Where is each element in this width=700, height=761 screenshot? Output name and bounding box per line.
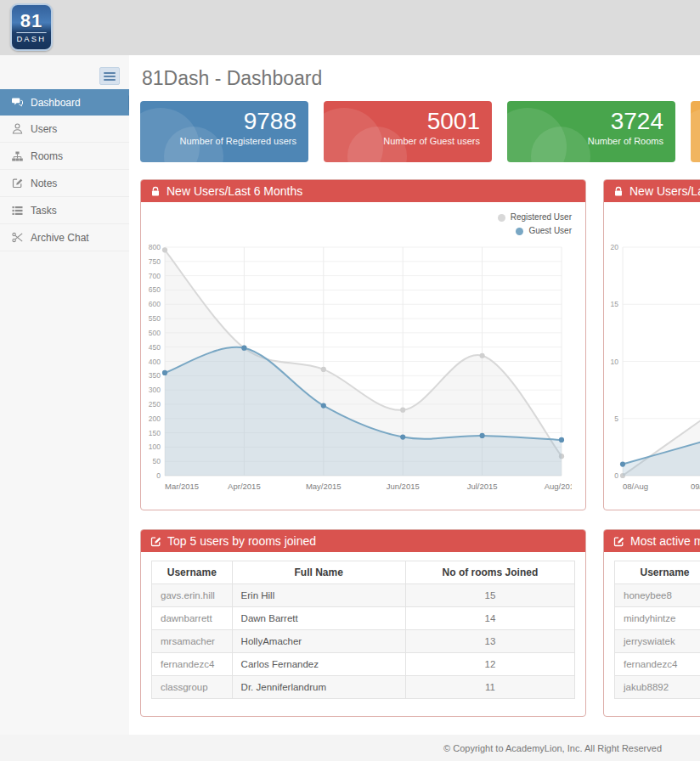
main-content: 81Dash - Dashboard 9788 Number of Regist… [129,55,700,735]
table-row: gavs.erin.hillErin Hill15 [152,584,575,607]
table-row: fernandezc4 [615,653,700,676]
series-point[interactable] [620,461,625,466]
charts-row: New Users/Last 6 Months Registered User … [140,179,700,510]
table-cell: Dr. Jenniferlandrum [232,676,405,699]
table-cell: jakub8892 [615,676,700,699]
table-row: mindyhintze [615,607,700,630]
y-tick-label: 100 [149,443,161,451]
legend-dot [498,214,505,222]
table-cell: classgroup [152,676,233,699]
table-cell: gavs.erin.hill [152,584,233,607]
x-axis-label: Jun/2015 [387,482,420,491]
stat-card-guest-users: 5001 Number of Guest users [324,101,492,162]
sidebar-item-label: Users [31,123,57,135]
panel-title: Most active memb [630,534,700,548]
stat-label: Number of Registered users [140,136,296,146]
legend-item-guest[interactable]: Guest User [498,224,572,238]
series-point[interactable] [321,403,326,409]
table-row: jakub8892 [615,676,700,699]
most-active-table: Username honeybee8mindyhintzejerryswiate… [614,561,700,699]
x-axis-label: Aug/2015 [545,482,572,491]
brand-logo[interactable]: 81 DASH [10,3,53,51]
y-tick-label: 500 [149,329,161,337]
panel-title: Top 5 users by rooms joined [167,534,316,548]
table-cell: HollyAmacher [232,630,405,653]
page-title: 81Dash - Dashboard [142,67,700,90]
stat-label: Number of Guest users [324,136,480,146]
chart-legend: Registered User Guest User [498,211,572,238]
y-tick-label: 10 [611,358,619,366]
sidebar-item-archive-chat[interactable]: Archive Chat [0,224,129,251]
panel-header: Top 5 users by rooms joined [141,530,585,552]
table-cell: 12 [405,653,574,676]
lock-icon [150,186,161,197]
series-point[interactable] [559,437,564,443]
x-axis-label: May/2015 [306,482,342,491]
sitemap-icon [11,150,23,161]
sidebar-item-label: Rooms [31,150,63,162]
sidebar-item-rooms[interactable]: Rooms [0,143,129,170]
legend-item-registered[interactable]: Registered User [498,211,572,224]
y-tick-label: 150 [149,429,161,437]
logo-text-81: 81 [20,12,42,31]
y-tick-label: 450 [149,343,161,352]
series-point[interactable] [241,346,246,351]
legend-label: Guest User [528,224,572,238]
sidebar-item-notes[interactable]: Notes [0,170,129,197]
series-point[interactable] [321,367,326,372]
table-row: fernandezc4Carlos Fernandez12 [152,653,575,676]
sidebar-item-label: Tasks [31,205,57,217]
stat-card-rooms: 3724 Number of Rooms [507,101,675,162]
column-header: Username [152,561,233,584]
stat-value: 9788 [140,109,296,134]
table-cell: 14 [405,607,574,630]
y-tick-label: 650 [149,285,161,294]
series-point[interactable] [400,435,405,440]
top-users-table: Username Full Name No of rooms Joined ga… [151,561,575,699]
series-point[interactable] [162,247,167,252]
column-header: Username [615,561,700,584]
series-point[interactable] [400,408,405,413]
panel-header: Most active memb [604,530,700,552]
panel-most-active: Most active memb Username honeybee8mindy… [603,529,700,717]
edit-icon [613,536,624,547]
panel-title: New Users/Last 6 Months [167,184,302,198]
panel-new-users-7-days: New Users/Last 7 D 2015105008/Aug09/Aug [603,179,700,510]
line-chart-6-months: 8007507006506005505004504003503002502001… [143,207,572,503]
series-point[interactable] [162,370,167,375]
series-area [623,442,700,476]
panel-title: New Users/Last 7 D [629,184,700,198]
series-point[interactable] [480,433,485,438]
tables-row: Top 5 users by rooms joined Username Ful… [140,529,700,717]
hamburger-icon [104,72,116,74]
y-tick-label: 700 [149,272,161,280]
legend-label: Registered User [511,211,572,224]
sidebar-item-tasks[interactable]: Tasks [0,197,129,224]
edit-icon [150,536,161,547]
y-tick-label: 0 [156,471,161,480]
legend-dot [516,228,523,235]
series-point[interactable] [480,353,485,358]
stat-value: 5001 [324,109,480,134]
sidebar-item-users[interactable]: Users [0,116,129,143]
table-cell: 15 [405,584,574,607]
table-cell: dawnbarrett [152,607,233,630]
y-tick-label: 600 [149,300,161,308]
table-row: honeybee8 [615,584,700,607]
y-tick-label: 250 [149,400,161,409]
sidebar: Dashboard Users Rooms Notes [0,55,130,735]
panel-new-users-6-months: New Users/Last 6 Months Registered User … [140,179,586,510]
sidebar-nav: Dashboard Users Rooms Notes [0,89,129,251]
x-axis-label: Apr/2015 [228,482,261,491]
table-cell: fernandezc4 [152,653,233,676]
sidebar-item-dashboard[interactable]: Dashboard [0,89,129,116]
pencil-square-icon [11,178,23,189]
menu-toggle-button[interactable] [99,67,120,85]
table-cell: 11 [405,676,574,699]
scissors-icon [11,232,23,243]
table-cell: mrsamacher [152,630,233,653]
y-tick-label: 0 [614,471,618,480]
table-row: dawnbarrettDawn Barrett14 [152,607,575,630]
sidebar-item-label: Archive Chat [31,232,89,244]
panel-header: New Users/Last 6 Months [141,180,585,202]
